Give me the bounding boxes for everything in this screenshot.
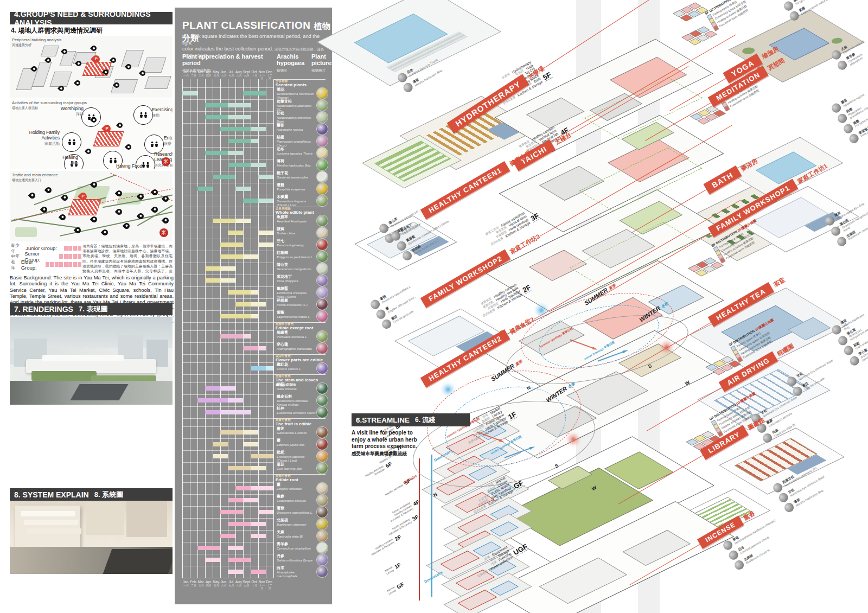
plant-photo — [317, 183, 328, 194]
plant-name: 薄荷Mentha haplocalyx Briq — [273, 159, 316, 171]
building-footprint — [142, 58, 166, 73]
plant-gantt-chart: 芳香植物Scented plants菊花Dendranthema morifol… — [182, 79, 326, 578]
gantt-cell — [182, 123, 273, 136]
gantt-bar — [228, 522, 251, 526]
plant-classification-panel: PLANT CLASSIFICATION 植物分類 the dark squar… — [175, 8, 332, 604]
activity-label: Entertaining娛樂 — [164, 136, 173, 146]
gantt-bar — [228, 558, 251, 562]
gantt-cell — [182, 462, 273, 475]
gantt-bar — [228, 466, 251, 470]
building-footprint — [49, 72, 72, 87]
legend-block — [78, 262, 81, 267]
plant-photo — [317, 299, 328, 310]
plant-photo — [317, 495, 328, 506]
plant-name: 桔梗Platycodon grandiflorus (Jacq.) — [273, 135, 316, 147]
plant-name: 荏胡麻Perilla frutescens (L.) — [273, 298, 316, 310]
gantt-category-row: 根除外可食用Edible except root — [182, 322, 326, 330]
activity-label: Exercising運動 — [152, 107, 173, 118]
plant-photo — [317, 215, 328, 226]
gantt-cell — [182, 438, 273, 451]
gantt-plant-row: 連翹Forsythia suspensa — [182, 183, 326, 195]
plant-name: 白朮Atractylodes macrocephala — [273, 566, 316, 578]
legend-block — [73, 254, 77, 259]
gantt-plant-row: 杠板歸Polygonum perfoliatum L. — [182, 251, 326, 263]
plant-name: 青羊參Cynanchum otophyllum — [273, 542, 316, 554]
gantt-bar — [258, 231, 273, 235]
plant-photo — [317, 311, 328, 322]
gantt-cell — [182, 406, 273, 419]
gantt-bar — [220, 254, 243, 259]
plant-photo — [733, 559, 745, 571]
gantt-bar — [205, 115, 228, 119]
gantt-bar — [251, 570, 266, 574]
plant-name: 菘藍Isatis tinctoria — [273, 382, 316, 394]
gantt-bar — [243, 498, 258, 502]
gantt-bar — [235, 187, 251, 191]
legend-blocks — [46, 262, 82, 267]
gantt-category-label: 芳香植物Scented plants — [273, 79, 326, 87]
group-legend: 青少年Junior Group:中年Senior Group:老年Elder G… — [11, 244, 81, 269]
gantt-cell — [182, 79, 273, 88]
column-header-name: Arachis hypogaea植物名 — [277, 53, 310, 73]
rendering-aerial — [10, 317, 173, 405]
legend-block — [46, 262, 49, 267]
gantt-plant-row: 梔子花Gardenia jasminoides — [182, 171, 326, 183]
bus-stop-pin-icon — [151, 188, 159, 197]
gantt-plant-row: 紫薇Lagerstroemia indica L — [182, 310, 326, 322]
gantt-plant-row: 藿香Agastache rugosa — [182, 123, 326, 135]
plant-photo — [777, 491, 790, 504]
gantt-cell — [182, 147, 273, 159]
plant-photo — [317, 531, 328, 541]
gantt-bar — [220, 430, 243, 435]
map2-caption: Activities of the surrounding major grou… — [12, 100, 87, 110]
plant-photo — [761, 432, 774, 444]
legend-block — [68, 262, 72, 267]
gantt-category-row: 芳香植物Scented plants — [182, 79, 326, 87]
plant-photo — [727, 549, 740, 561]
gantt-bar — [258, 242, 273, 247]
plant-name: 蒲公英Taraxacum mongolicum — [273, 263, 316, 274]
gantt-cell — [182, 171, 273, 183]
plant-name: 紫花地丁Viola philippica — [273, 274, 316, 286]
compass-s: S — [647, 363, 653, 370]
gantt-cell — [182, 506, 273, 519]
plant-name: 連翹Forsythia suspensa — [273, 183, 316, 195]
gantt-cell — [182, 474, 273, 483]
gantt-cell — [182, 418, 273, 427]
section6-description: A visit line for people to enjoy a whole… — [352, 430, 417, 457]
legend-block — [64, 254, 68, 259]
plant-photo — [317, 439, 328, 450]
gantt-bar — [205, 558, 220, 562]
vignette-detail — [829, 37, 845, 45]
gantt-plant-row: 菘藍Isatis tinctoria — [182, 382, 326, 394]
gantt-plant-row: 薑Zingiber officinale — [182, 482, 326, 494]
month-tick: May.五月 — [213, 580, 220, 590]
plant-photo — [317, 363, 328, 374]
gantt-category-label: 莖葉可食用The stem and leaves are edible — [273, 374, 326, 382]
plant-photo — [317, 287, 328, 298]
activity-label: Holding Family Activities家庭活動 — [18, 130, 60, 146]
plant-photo — [317, 275, 328, 286]
streamline-floor-6f: Healthy ActivitiesExhibition6F — [365, 460, 393, 480]
legend-block — [50, 262, 54, 267]
presentation-board: 4.GROUP'S NEED & SURROUNDINGS ANALYSIS 4… — [0, 0, 868, 613]
gantt-bar — [258, 175, 273, 179]
month-tick: Sept.九月 — [242, 580, 251, 590]
plant-photo — [317, 148, 328, 158]
plant-photo — [375, 308, 387, 321]
gantt-category-label: 花朵可食用Flower parts are edible — [273, 354, 326, 362]
plant-photo — [317, 566, 328, 577]
legend-blocks — [64, 246, 82, 251]
plant-photo — [317, 88, 328, 99]
gantt-plant-row: 菝葜Smilax china — [182, 227, 326, 239]
gantt-bar — [220, 410, 251, 414]
gantt-category-row: 全食用植物Whole edible plant — [182, 207, 326, 215]
gantt-plant-row: 天麻Gastrodia elata Bl. — [182, 530, 326, 542]
column-header-pictures: Plant pictures植物圖片 — [311, 53, 333, 73]
plant-photo — [317, 451, 328, 462]
gantt-cell — [182, 227, 273, 239]
gantt-bar — [220, 534, 235, 538]
sun-path-diagram: SUMMER 夏季WINTER 冬季ENSWsummer typology 夏季… — [411, 373, 596, 498]
gantt-plant-row: 丹參Salvia miltiorrhiza Bunge — [182, 554, 326, 566]
streamline-floor-2f: Healthy canteenVolunteer & Recovery2F — [369, 533, 402, 556]
